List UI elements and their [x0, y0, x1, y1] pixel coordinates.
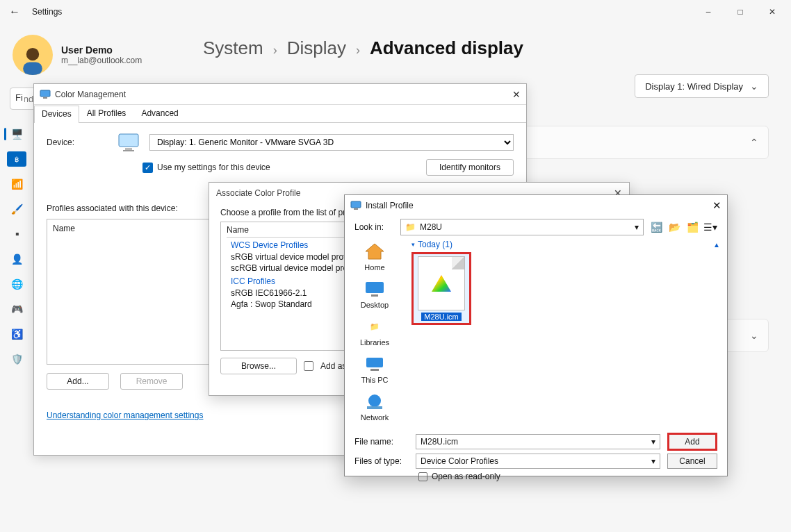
monitor-icon	[40, 90, 51, 99]
svg-rect-2	[40, 90, 50, 97]
filename-combo[interactable]: M28U.icm ▾	[416, 434, 660, 449]
identify-monitors-button[interactable]: Identify monitors	[426, 159, 514, 176]
breadcrumb-display[interactable]: Display	[287, 38, 346, 59]
maximize-button[interactable]: □	[724, 0, 756, 24]
filetype-value: Device Color Profiles	[421, 456, 498, 466]
file-tile-selected[interactable]: M28U.icm	[411, 252, 471, 325]
breadcrumb-system[interactable]: System	[203, 38, 263, 59]
device-label: Device:	[47, 138, 109, 147]
readonly-label: Open as read-only	[432, 472, 500, 481]
use-my-settings-checkbox[interactable]: ✓ Use my settings for this device	[142, 163, 270, 173]
place-desktop[interactable]: Desktop	[361, 279, 389, 309]
svg-marker-16	[432, 275, 451, 292]
chevron-right-icon: ›	[273, 43, 277, 58]
place-home[interactable]: Home	[363, 241, 386, 272]
browse-button[interactable]: Browse...	[220, 358, 297, 374]
sidebar-item-personalization[interactable]: 🖌️	[7, 201, 26, 217]
new-folder-icon[interactable]: 🗂️	[685, 220, 699, 234]
inst-title-text: Install Profile	[366, 201, 414, 210]
svg-point-0	[26, 48, 39, 60]
settings-title: Settings	[32, 7, 62, 17]
add-profile-button[interactable]: Add...	[47, 373, 109, 390]
svg-rect-6	[123, 150, 134, 151]
close-button[interactable]: ✕	[756, 0, 788, 24]
cm-title-text: Color Management	[55, 90, 126, 99]
sidebar-item-privacy[interactable]: 🛡️	[7, 351, 26, 367]
sidebar-item-bluetooth[interactable]: ฿	[7, 151, 26, 167]
svg-rect-8	[354, 208, 358, 210]
avatar	[13, 35, 53, 75]
svg-rect-10	[366, 282, 384, 293]
settings-titlebar: ← Settings – □ ✕	[0, 0, 791, 24]
file-name: M28U.icm	[421, 313, 462, 321]
sidebar-item-system[interactable]: 🖥️	[7, 126, 26, 142]
cm-titlebar: Color Management ✕	[34, 84, 526, 105]
sidebar-item-apps[interactable]: ▪️	[7, 226, 26, 242]
sidebar-item-gaming[interactable]: 🎮	[7, 301, 26, 317]
chevron-right-icon: ›	[356, 43, 360, 58]
assoc-title-text: Associate Color Profile	[216, 188, 300, 198]
sidebar-item-network[interactable]: 📶	[7, 176, 26, 192]
file-list[interactable]: ▾ Today (1) ▲ M28U.icm	[405, 238, 727, 427]
sidebar-item-time[interactable]: 🌐	[7, 276, 26, 292]
network-icon	[363, 391, 386, 412]
user-name: User Demo	[61, 44, 142, 56]
up-folder-icon[interactable]: 📂	[667, 220, 681, 234]
filetype-label: Files of type:	[354, 456, 409, 466]
cancel-button[interactable]: Cancel	[667, 454, 717, 469]
tab-all-profiles[interactable]: All Profiles	[79, 105, 134, 122]
use-my-settings-label: Use my settings for this device	[157, 163, 270, 172]
collapse-arrow-icon: ▲	[713, 241, 720, 249]
view-menu-icon[interactable]: ☰▾	[703, 220, 717, 234]
svg-rect-1	[23, 63, 42, 75]
file-group-today[interactable]: ▾ Today (1) ▲	[411, 240, 720, 249]
chevron-down-icon: ▾	[651, 456, 655, 466]
chevron-down-icon: ⌄	[750, 81, 758, 92]
lookin-combo[interactable]: 📁 M28U ▾	[400, 219, 644, 235]
checkmark-icon: ✓	[142, 163, 153, 173]
svg-rect-11	[371, 294, 378, 297]
add-advanced-checkbox[interactable]	[304, 361, 313, 371]
nav-back-icon[interactable]: 🔙	[649, 220, 663, 234]
svg-rect-7	[351, 201, 361, 208]
account-block[interactable]: User Demo m__lab@outlook.com	[10, 28, 190, 88]
place-network[interactable]: Network	[361, 391, 389, 422]
lookin-label: Look in:	[354, 222, 395, 232]
folder-icon: 📁	[363, 316, 386, 337]
tab-advanced[interactable]: Advanced	[133, 105, 186, 122]
tab-devices[interactable]: Devices	[34, 106, 79, 123]
sidebar-icons: 🖥️ ฿ 📶 🖌️ ▪️ 👤 🌐 🎮 ♿ 🛡️	[7, 126, 28, 367]
inst-close-button[interactable]: ✕	[712, 199, 721, 212]
cm-close-button[interactable]: ✕	[512, 89, 521, 100]
help-link[interactable]: Understanding color management settings	[47, 410, 203, 420]
place-libraries[interactable]: 📁 Libraries	[360, 316, 389, 347]
back-button[interactable]: ←	[3, 6, 26, 18]
pc-icon	[363, 354, 386, 374]
svg-rect-3	[43, 97, 47, 99]
filetype-combo[interactable]: Device Color Profiles ▾	[416, 454, 660, 469]
breadcrumb-current: Advanced display	[370, 38, 523, 59]
places-bar: Home Desktop 📁 Libraries This PC Network	[345, 238, 405, 427]
display-selector[interactable]: Display 1: Wired Display ⌄	[635, 74, 769, 98]
folder-icon: 📁	[405, 222, 416, 232]
sidebar-item-accessibility[interactable]: ♿	[7, 326, 26, 342]
chevron-down-icon: ▾	[651, 437, 655, 447]
readonly-checkbox[interactable]	[418, 472, 427, 481]
add-button[interactable]: Add	[667, 433, 717, 451]
desktop-icon	[363, 279, 386, 299]
monitor-icon	[350, 201, 361, 210]
minimize-button[interactable]: –	[692, 0, 724, 24]
home-icon	[363, 241, 386, 262]
chevron-up-icon: ⌃	[750, 137, 758, 148]
filename-value: M28U.icm	[421, 437, 458, 447]
filename-label: File name:	[354, 437, 409, 447]
chevron-down-icon: ⌄	[750, 330, 758, 341]
svg-rect-13	[370, 369, 379, 371]
lookin-value: M28U	[420, 222, 442, 232]
svg-point-14	[368, 394, 381, 407]
sidebar-item-accounts[interactable]: 👤	[7, 251, 26, 267]
display-selector-label: Display 1: Wired Display	[645, 81, 743, 92]
place-thispc[interactable]: This PC	[361, 354, 388, 384]
device-select[interactable]: Display: 1. Generic Monitor - VMware SVG…	[149, 134, 514, 151]
svg-rect-4	[119, 134, 138, 147]
